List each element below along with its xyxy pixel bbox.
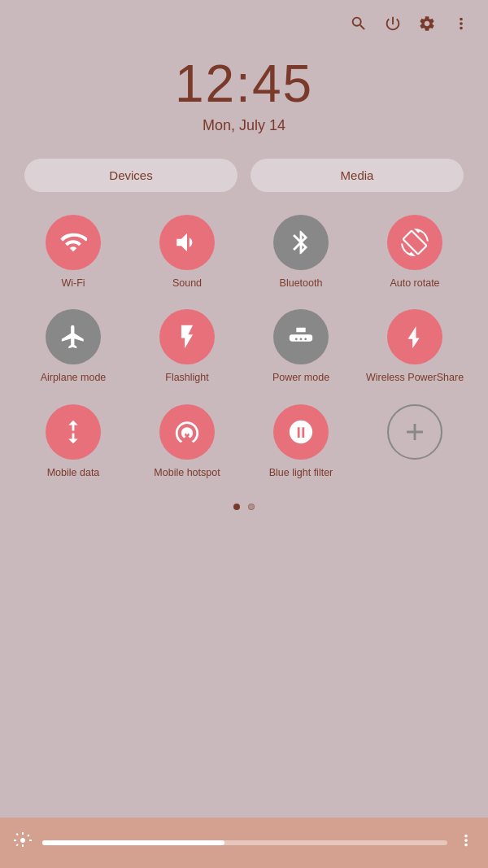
bluetooth-label: Bluetooth	[280, 277, 323, 290]
tile-bluelightfilter[interactable]: Blue light filter	[247, 398, 355, 486]
mobiledata-icon	[46, 404, 101, 460]
more-icon[interactable]	[452, 15, 470, 37]
media-button[interactable]: Media	[251, 159, 464, 192]
clock-time: 12:45	[0, 54, 488, 114]
bluelightfilter-icon	[273, 404, 329, 460]
airplane-label: Airplane mode	[41, 371, 107, 384]
page-dots	[0, 492, 488, 518]
tile-mobilehotspot[interactable]: Mobile hotspot	[133, 398, 241, 486]
tile-wirelesspowershare[interactable]: Wireless PowerShare	[361, 303, 468, 390]
wirelesspowershare-icon	[387, 309, 442, 364]
wifi-label: Wi-Fi	[61, 277, 85, 290]
tile-sound[interactable]: Sound	[133, 208, 241, 296]
add-icon	[387, 404, 442, 460]
wirelesspowershare-label: Wireless PowerShare	[366, 371, 464, 384]
autorotate-label: Auto rotate	[390, 277, 439, 290]
dot-2	[248, 504, 255, 510]
brightness-sun-icon	[13, 831, 33, 855]
dot-1	[233, 504, 240, 510]
devices-button[interactable]: Devices	[24, 159, 237, 192]
tile-powermode[interactable]: Power mode	[247, 303, 355, 390]
tile-airplane[interactable]: Airplane mode	[20, 303, 127, 390]
sound-label: Sound	[172, 277, 202, 290]
tile-autorotate[interactable]: Auto rotate	[361, 208, 468, 296]
brightness-fill	[42, 840, 224, 845]
sound-icon	[159, 215, 215, 270]
mobiledata-label: Mobile data	[47, 466, 100, 479]
bluetooth-icon	[273, 215, 329, 270]
clock-section: 12:45 Mon, July 14	[0, 46, 488, 150]
bluelightfilter-label: Blue light filter	[269, 466, 333, 479]
powermode-label: Power mode	[272, 371, 329, 384]
settings-icon[interactable]	[418, 15, 436, 37]
tile-add[interactable]	[361, 398, 468, 486]
clock-date: Mon, July 14	[0, 117, 488, 134]
brightness-track[interactable]	[42, 840, 447, 845]
search-icon[interactable]	[350, 15, 368, 37]
powermode-icon	[273, 309, 329, 364]
power-icon[interactable]	[384, 15, 402, 37]
brightness-bar[interactable]	[0, 818, 488, 868]
flashlight-icon	[159, 309, 215, 364]
mobilehotspot-icon	[159, 404, 215, 460]
airplane-icon	[46, 309, 101, 364]
top-bar	[0, 0, 488, 46]
flashlight-label: Flashlight	[165, 371, 209, 384]
tile-bluetooth[interactable]: Bluetooth	[247, 208, 355, 296]
autorotate-icon	[387, 215, 442, 270]
tile-mobiledata[interactable]: Mobile data	[20, 398, 127, 486]
tile-flashlight[interactable]: Flashlight	[133, 303, 241, 390]
brightness-more-icon[interactable]	[457, 831, 475, 854]
wifi-icon	[46, 215, 101, 270]
device-media-row: Devices Media	[0, 150, 488, 208]
tile-wifi[interactable]: Wi-Fi	[20, 208, 127, 296]
mobilehotspot-label: Mobile hotspot	[154, 466, 220, 479]
quick-tiles-grid: Wi-Fi Sound Bluetooth Auto rotate Airpla…	[0, 208, 488, 486]
